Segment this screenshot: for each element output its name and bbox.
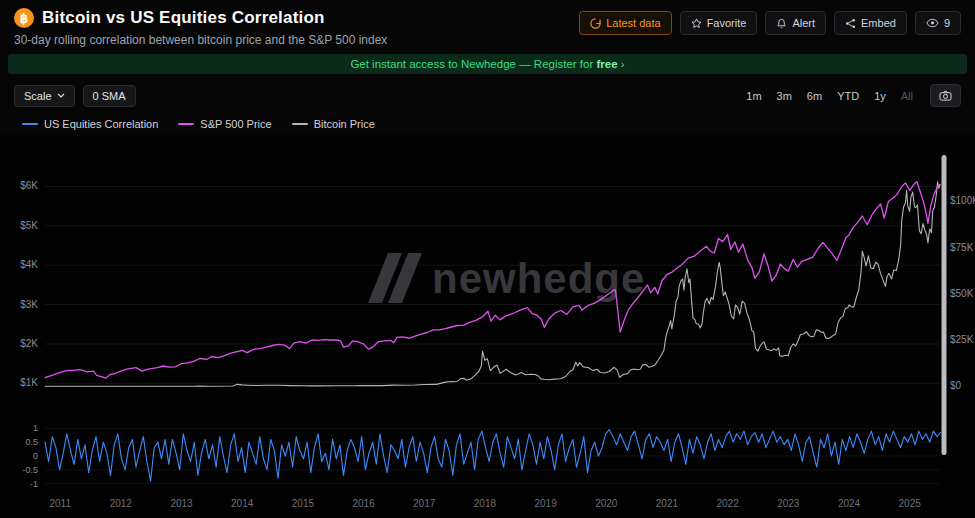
svg-text:2024: 2024 xyxy=(838,498,861,509)
correlation-axis-labels: 10.50-0.5-1 xyxy=(22,423,38,488)
legend-item-correlation[interactable]: US Equities Correlation xyxy=(22,118,158,130)
range-all-button[interactable]: All xyxy=(895,87,919,105)
svg-text:2018: 2018 xyxy=(474,498,497,509)
favorite-button[interactable]: Favorite xyxy=(680,11,758,35)
toolbar: Scale 0 SMA 1m 3m 6m YTD 1y All xyxy=(0,78,975,111)
legend-item-sp500[interactable]: S&P 500 Price xyxy=(178,118,271,130)
right-axis-labels: $100K$75K$50K$25K$0 xyxy=(950,195,975,391)
gridlines xyxy=(45,187,940,484)
camera-icon xyxy=(939,90,952,101)
svg-text:2017: 2017 xyxy=(413,498,436,509)
eye-icon xyxy=(926,18,939,28)
chart-area[interactable]: newhedge$6K$5K$4K$3K$2K$1K$100K$75K$50K$… xyxy=(0,135,975,518)
scale-label: Scale xyxy=(24,90,52,102)
svg-text:2015: 2015 xyxy=(292,498,315,509)
x-axis-labels: 2011201220132014201520162017201820192020… xyxy=(49,498,921,509)
legend-item-bitcoin[interactable]: Bitcoin Price xyxy=(292,118,375,130)
svg-text:2013: 2013 xyxy=(170,498,193,509)
svg-text:2016: 2016 xyxy=(352,498,375,509)
sma-label: 0 SMA xyxy=(93,90,126,102)
legend-bitcoin-label: Bitcoin Price xyxy=(314,118,375,130)
embed-label: Embed xyxy=(861,17,896,29)
newhedge-watermark: newhedge xyxy=(368,253,645,303)
favorite-label: Favorite xyxy=(707,17,747,29)
header: ฿ Bitcoin vs US Equities Correlation 30-… xyxy=(0,0,975,47)
bitcoin-swatch xyxy=(292,123,308,125)
svg-text:0: 0 xyxy=(33,451,38,461)
left-axis-labels: $6K$5K$4K$3K$2K$1K xyxy=(20,180,38,388)
chart-svg[interactable]: newhedge$6K$5K$4K$3K$2K$1K$100K$75K$50K$… xyxy=(0,135,975,518)
legend-sp500-label: S&P 500 Price xyxy=(200,118,271,130)
bitcoin-icon: ฿ xyxy=(14,8,34,28)
latest-data-label: Latest data xyxy=(606,17,660,29)
svg-text:$75K: $75K xyxy=(950,242,974,253)
views-count: 9 xyxy=(944,17,950,29)
page-title: Bitcoin vs US Equities Correlation xyxy=(42,8,325,28)
svg-text:2011: 2011 xyxy=(49,498,71,509)
legend-correlation-label: US Equities Correlation xyxy=(44,118,158,130)
page-subtitle: 30-day rolling correlation between bitco… xyxy=(14,33,387,47)
range-1m-button[interactable]: 1m xyxy=(740,87,767,105)
refresh-icon xyxy=(590,18,601,29)
svg-text:2012: 2012 xyxy=(110,498,133,509)
svg-text:2019: 2019 xyxy=(534,498,557,509)
svg-text:1: 1 xyxy=(33,423,38,433)
svg-text:$6K: $6K xyxy=(20,180,38,191)
svg-text:2020: 2020 xyxy=(595,498,618,509)
share-icon xyxy=(845,18,856,29)
svg-text:-0.5: -0.5 xyxy=(22,465,38,475)
svg-text:$4K: $4K xyxy=(20,259,38,270)
screenshot-button[interactable] xyxy=(930,84,961,107)
svg-text:2025: 2025 xyxy=(899,498,922,509)
banner-chevron: › xyxy=(618,58,625,70)
svg-text:$100K: $100K xyxy=(950,195,975,206)
svg-text:$5K: $5K xyxy=(20,220,38,231)
range-ytd-button[interactable]: YTD xyxy=(831,87,865,105)
banner-free-text: free xyxy=(596,58,617,70)
range-3m-button[interactable]: 3m xyxy=(771,87,798,105)
star-icon xyxy=(691,18,702,29)
embed-button[interactable]: Embed xyxy=(834,11,907,35)
svg-text:-1: -1 xyxy=(30,479,38,489)
title-block: ฿ Bitcoin vs US Equities Correlation 30-… xyxy=(14,8,387,47)
chevron-down-icon xyxy=(57,93,65,98)
header-buttons: Latest data Favorite Alert Embed 9 xyxy=(579,8,961,35)
range-1y-button[interactable]: 1y xyxy=(868,87,892,105)
register-banner[interactable]: Get instant access to Newhedge — Registe… xyxy=(8,54,967,74)
banner-text: Get instant access to Newhedge — Registe… xyxy=(350,58,596,70)
views-button[interactable]: 9 xyxy=(915,11,961,35)
svg-text:newhedge: newhedge xyxy=(432,255,645,302)
svg-text:2023: 2023 xyxy=(777,498,800,509)
svg-text:$3K: $3K xyxy=(20,299,38,310)
chart-legend: US Equities Correlation S&P 500 Price Bi… xyxy=(0,111,975,133)
svg-text:$1K: $1K xyxy=(20,377,38,388)
sp500-swatch xyxy=(178,123,194,125)
svg-text:2021: 2021 xyxy=(656,498,679,509)
svg-text:$2K: $2K xyxy=(20,338,38,349)
correlation-line[interactable] xyxy=(45,430,941,481)
correlation-swatch xyxy=(22,123,38,125)
svg-text:$25K: $25K xyxy=(950,334,974,345)
svg-text:2014: 2014 xyxy=(231,498,254,509)
chart-scrollbar[interactable] xyxy=(942,155,947,455)
svg-text:$50K: $50K xyxy=(950,288,974,299)
bell-icon xyxy=(776,18,787,29)
scale-button[interactable]: Scale xyxy=(14,85,75,107)
svg-text:0.5: 0.5 xyxy=(25,437,38,447)
sma-button[interactable]: 0 SMA xyxy=(83,85,136,107)
alert-label: Alert xyxy=(792,17,815,29)
alert-button[interactable]: Alert xyxy=(765,11,826,35)
latest-data-button[interactable]: Latest data xyxy=(579,11,671,35)
svg-text:2022: 2022 xyxy=(716,498,739,509)
range-6m-button[interactable]: 6m xyxy=(801,87,828,105)
svg-text:$0: $0 xyxy=(950,380,962,391)
